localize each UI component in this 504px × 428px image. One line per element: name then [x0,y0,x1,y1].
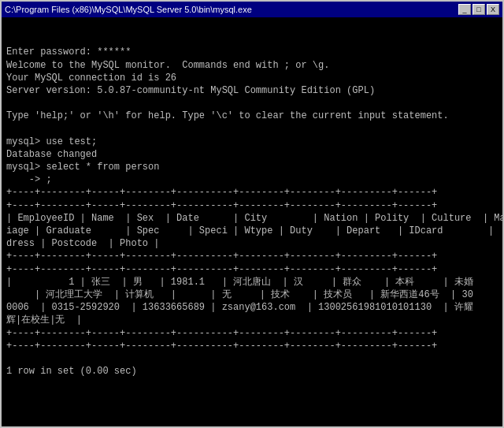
window-controls: _ □ X [458,4,499,15]
window-title: C:\Program Files (x86)\MySQL\MySQL Serve… [5,5,252,14]
close-button[interactable]: X [487,4,499,15]
terminal-line [6,378,498,390]
terminal-line: | 河北理工大学 | 计算机 | | 无 | 技术 | 技术员 | 新华西道46… [6,288,498,301]
terminal-line: Database changed [6,148,498,161]
terminal-line: +----+--------+-----+--------+----------… [6,263,498,276]
terminal-line: +----+--------+-----+--------+----------… [6,327,498,340]
terminal-line: | EmployeeID | Name | Sex | Date | City … [6,212,498,225]
terminal-line: mysql> use test; [6,136,498,148]
terminal-line: dress | Postcode | Photo | [6,237,498,250]
terminal-line: -> ; [6,173,498,186]
terminal-line: +----+--------+-----+--------+----------… [6,199,498,212]
terminal-line: 辉|在校生|无 | [6,314,498,326]
terminal-line: Type 'help;' or '\h' for help. Type '\c'… [6,110,498,122]
terminal-line [6,123,498,136]
terminal-line: +----+--------+-----+--------+----------… [6,186,498,199]
terminal-line: Welcome to the MySQL monitor. Commands e… [6,59,498,72]
terminal-line [6,352,498,365]
terminal-line: iage | Graduate | Spec | Speci | Wtype |… [6,225,498,237]
terminal-line: 0006 | 0315-2592920 | 13633665689 | zsan… [6,301,498,314]
main-window: C:\Program Files (x86)\MySQL\MySQL Serve… [0,0,504,428]
terminal-line: Your MySQL connection id is 26 [6,72,498,84]
terminal-line: | 1 | 张三 | 男 | 1981.1 | 河北唐山 | 汉 | 群众 | … [6,276,498,288]
terminal-line: Server version: 5.0.87-community-nt MySQ… [6,84,498,97]
terminal-line: +----+--------+-----+--------+----------… [6,340,498,352]
terminal-line: +----+--------+-----+--------+----------… [6,250,498,262]
terminal-output[interactable]: Enter password: ******Welcome to the MyS… [2,17,502,426]
terminal-line: mysql> select * from person [6,161,498,173]
minimize-button[interactable]: _ [458,4,471,15]
terminal-line: Enter password: ****** [6,46,498,58]
title-bar: C:\Program Files (x86)\MySQL\MySQL Serve… [2,2,502,17]
terminal-line [6,97,498,110]
maximize-button[interactable]: □ [472,4,485,15]
terminal-line: 1 row in set (0.00 sec) [6,365,498,378]
